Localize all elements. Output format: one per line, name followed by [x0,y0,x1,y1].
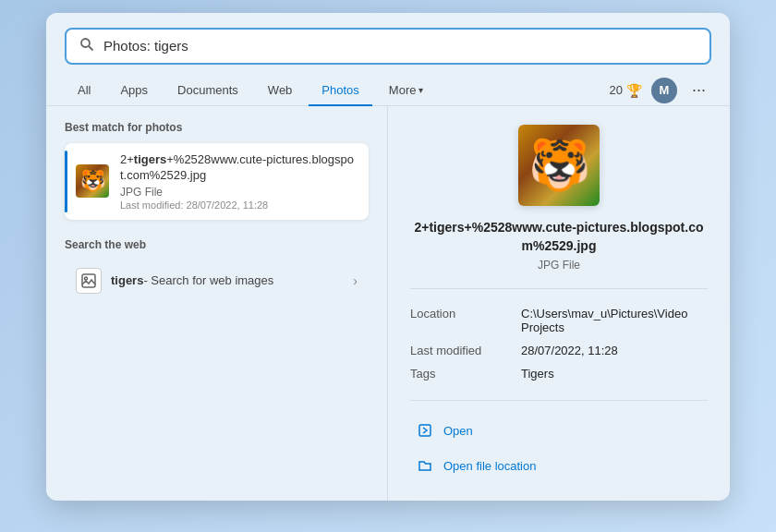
detail-row-location: Location C:\Users\mav_u\Pictures\Video P… [410,302,708,339]
thumbnail-image [76,164,109,198]
badge-count: 20 🏆 [610,83,642,98]
svg-point-3 [85,277,88,280]
detail-filetype: JPG File [538,259,580,272]
match-type: JPG File [120,186,358,199]
value-tags: Tigers [521,367,708,381]
action-buttons: Open Open file location [410,414,708,482]
tiger-image: 🐯 [518,125,600,206]
avatar-button[interactable]: M [651,78,677,103]
chevron-down-icon: ▾ [418,85,423,95]
content-area: Best match for photos 2+tigers+%2528www.… [46,106,730,501]
open-button[interactable]: Open [410,414,708,447]
search-bar-container [65,28,711,65]
match-info: 2+tigers+%2528www.cute-pictures.blogspot… [120,152,358,211]
divider-1 [410,288,708,289]
search-panel: All Apps Documents Web Photos More ▾ 20 … [46,13,730,501]
folder-icon [416,456,434,475]
search-input[interactable] [103,38,697,54]
label-modified: Last modified [410,344,521,357]
tab-web[interactable]: Web [255,76,306,106]
open-icon [416,421,434,440]
web-search-section: Search the web tigers- Search for web im… [65,238,369,301]
tab-photos[interactable]: Photos [309,76,371,106]
detail-table: Location C:\Users\mav_u\Pictures\Video P… [410,302,708,385]
web-search-item[interactable]: tigers- Search for web images › [65,260,369,301]
web-search-title: Search the web [65,238,369,251]
chevron-right-icon: › [353,273,358,288]
detail-row-tags: Tags Tigers [410,362,708,385]
svg-point-0 [81,39,90,47]
label-location: Location [410,307,521,334]
tab-all[interactable]: All [65,76,103,106]
tab-more[interactable]: More ▾ [376,76,437,106]
tabs-bar: All Apps Documents Web Photos More ▾ 20 … [46,76,730,106]
web-search-text: tigers- Search for web images [111,273,344,287]
left-panel: Best match for photos 2+tigers+%2528www.… [46,106,388,501]
open-file-location-button[interactable]: Open file location [410,449,708,482]
match-name: 2+tigers+%2528www.cute-pictures.blogspot… [120,152,358,184]
search-bar-area [46,13,730,76]
detail-image: 🐯 [518,125,600,206]
divider-2 [410,400,708,401]
tab-apps[interactable]: Apps [107,76,161,106]
search-icon [79,37,94,55]
value-modified: 28/07/2022, 11:28 [521,344,708,357]
best-match-item[interactable]: 2+tigers+%2528www.cute-pictures.blogspot… [65,143,369,220]
svg-rect-4 [419,425,430,436]
image-search-icon [76,268,102,294]
svg-rect-2 [82,274,95,287]
section-title: Best match for photos [65,121,369,134]
match-date: Last modified: 28/07/2022, 11:28 [120,200,358,211]
tab-documents[interactable]: Documents [164,76,251,106]
right-panel: 🐯 2+tigers+%2528www.cute-pictures.blogsp… [388,106,730,501]
svg-line-1 [89,46,93,51]
detail-row-modified: Last modified 28/07/2022, 11:28 [410,339,708,362]
tabs-right: 20 🏆 M ··· [610,78,711,103]
label-tags: Tags [410,367,521,381]
value-location: C:\Users\mav_u\Pictures\Video Projects [521,307,708,334]
more-options-button[interactable]: ··· [686,79,711,102]
detail-filename: 2+tigers+%2528www.cute-pictures.blogspot… [410,219,708,255]
trophy-icon: 🏆 [626,83,642,98]
